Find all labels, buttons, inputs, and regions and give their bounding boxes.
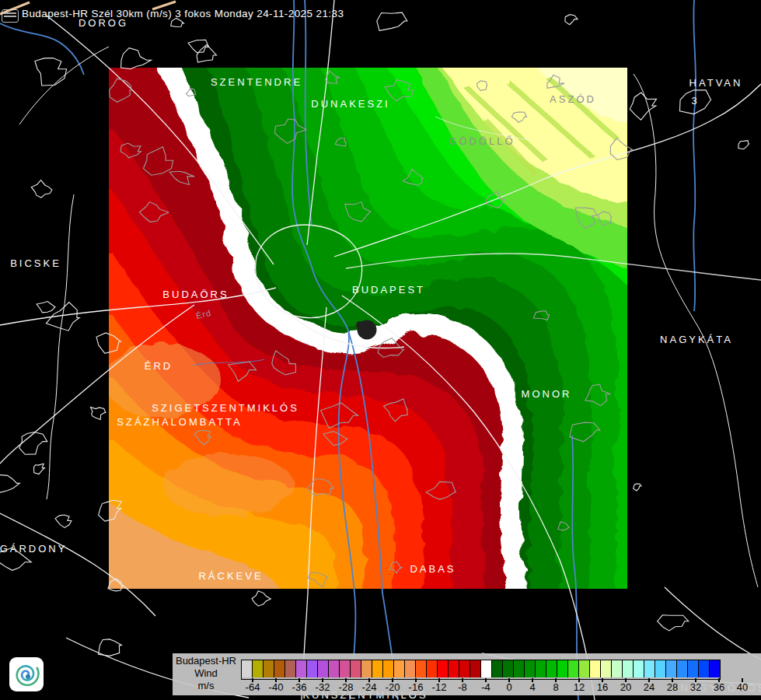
- map-label: 3: [691, 95, 696, 107]
- legend-swatch: [242, 660, 253, 677]
- legend-swatch: [601, 660, 612, 677]
- map-label: DABAS: [410, 563, 456, 575]
- legend-tick-label: -8: [458, 681, 467, 693]
- weather-map-app: Budapest-HR Szél 30km (m/s) 3 fokos Mond…: [0, 0, 761, 700]
- legend-swatch: [536, 660, 546, 677]
- map-label: GÖDÖLLŐ: [449, 135, 515, 147]
- legend-tick-label: 0: [506, 681, 511, 693]
- legend-tick-label: 20: [620, 681, 631, 693]
- legend-swatch: [699, 660, 710, 677]
- spiral-icon: [9, 657, 44, 691]
- legend-swatch: [253, 660, 264, 677]
- legend-swatch: [329, 660, 340, 677]
- legend-swatch: [427, 660, 438, 677]
- legend-tick-label: -4: [481, 681, 490, 693]
- legend-tick-label: 32: [690, 681, 701, 693]
- map-title: Budapest-HR Szél 30km (m/s) 3 fokos Mond…: [22, 8, 344, 19]
- legend-swatch: [449, 660, 459, 677]
- legend-tick-label: 4: [529, 681, 535, 693]
- legend-tick-label: -12: [432, 681, 447, 693]
- legend-tick-label: 12: [574, 681, 585, 693]
- legend-model-label: Budapest-HR: [173, 655, 239, 667]
- map-label: GÁRDONY: [0, 543, 67, 555]
- legend-swatch: [634, 660, 644, 677]
- legend-swatch: [383, 660, 394, 677]
- map-label: SZÁZHALOMBATTA: [117, 416, 242, 428]
- legend-swatch: [644, 660, 655, 677]
- map-label: RÁCKEVE: [198, 570, 263, 582]
- legend-swatch: [416, 660, 427, 677]
- legend-swatch: [612, 660, 623, 677]
- legend-swatch: [525, 660, 536, 677]
- legend-tick-label: 16: [597, 681, 608, 693]
- legend-param-label: Wind: [173, 667, 239, 680]
- legend-swatch: [438, 660, 449, 677]
- legend-swatch: [492, 660, 503, 677]
- legend-swatch: [340, 660, 351, 677]
- legend-swatch: [677, 660, 688, 677]
- legend-swatch: [351, 660, 361, 677]
- legend-swatch: [623, 660, 634, 677]
- legend-swatch: [372, 660, 383, 677]
- map-label: ASZÓD: [550, 93, 596, 105]
- legend-tick-label: 40: [737, 681, 748, 693]
- legend-swatch: [666, 660, 677, 677]
- legend-swatch: [361, 660, 372, 677]
- legend-color-bar: [241, 660, 721, 680]
- legend-swatch: [318, 660, 329, 677]
- legend-swatch: [710, 660, 720, 677]
- legend-tick-label: -40: [269, 681, 284, 693]
- legend-swatch: [590, 660, 601, 677]
- legend-tick-label: -64: [246, 681, 260, 693]
- legend-swatch: [688, 660, 699, 677]
- radar-site-dot-edge: [356, 321, 364, 329]
- map-label: SZIGETSZENTMIKLÓS: [152, 402, 299, 414]
- spiral-center: [26, 674, 30, 679]
- legend-swatch: [394, 660, 405, 677]
- legend-tick-label: 24: [644, 681, 655, 693]
- legend-swatch: [503, 660, 514, 677]
- legend-unit-label: m/s: [173, 680, 239, 692]
- map-label: BUDAÖRS: [162, 289, 229, 300]
- legend-swatch: [470, 660, 481, 677]
- legend-swatch: [296, 660, 307, 677]
- legend-swatch: [568, 660, 579, 677]
- legend-swatch: [546, 660, 557, 677]
- legend-tick-label: -20: [386, 681, 400, 693]
- legend-tick-label: 8: [553, 681, 558, 693]
- legend-caption: Budapest-HR Wind m/s: [173, 655, 239, 692]
- map-label: SZENTENDRE: [211, 76, 302, 88]
- legend-tick-label: -28: [339, 681, 354, 693]
- wind-spiral-logo[interactable]: [9, 657, 44, 691]
- app-logo-icon: [2, 9, 19, 23]
- map-label: DUNAKESZI: [311, 98, 389, 110]
- legend-swatch: [459, 660, 470, 677]
- legend-swatch: [579, 660, 590, 677]
- map-label: NAGYKÁTA: [660, 334, 733, 345]
- legend-tick-label: -24: [362, 681, 377, 693]
- map-label: MONOR: [522, 388, 572, 400]
- legend-tick-label: -32: [316, 681, 330, 693]
- legend-swatch: [655, 660, 666, 677]
- legend-swatch: [405, 660, 416, 677]
- legend-swatch: [264, 660, 274, 677]
- map-label: ÉRD: [145, 360, 173, 372]
- legend-tick-label: 28: [667, 681, 678, 693]
- legend: Budapest-HR Wind m/s -64-40-36-32-28-24-…: [173, 653, 761, 695]
- map-label: BICSKE: [10, 257, 61, 269]
- legend-swatch: [274, 660, 285, 677]
- legend-tick-label: 36: [714, 681, 724, 693]
- legend-swatch: [481, 660, 492, 677]
- legend-swatch: [307, 660, 318, 677]
- legend-tick-label: -16: [409, 681, 424, 693]
- legend-swatch: [514, 660, 525, 677]
- legend-tick-label: -36: [292, 681, 307, 693]
- map-label: BUDAPEST: [352, 284, 425, 296]
- legend-swatch: [557, 660, 568, 677]
- legend-swatch: [285, 660, 296, 677]
- map-label: HATVAN: [689, 77, 743, 89]
